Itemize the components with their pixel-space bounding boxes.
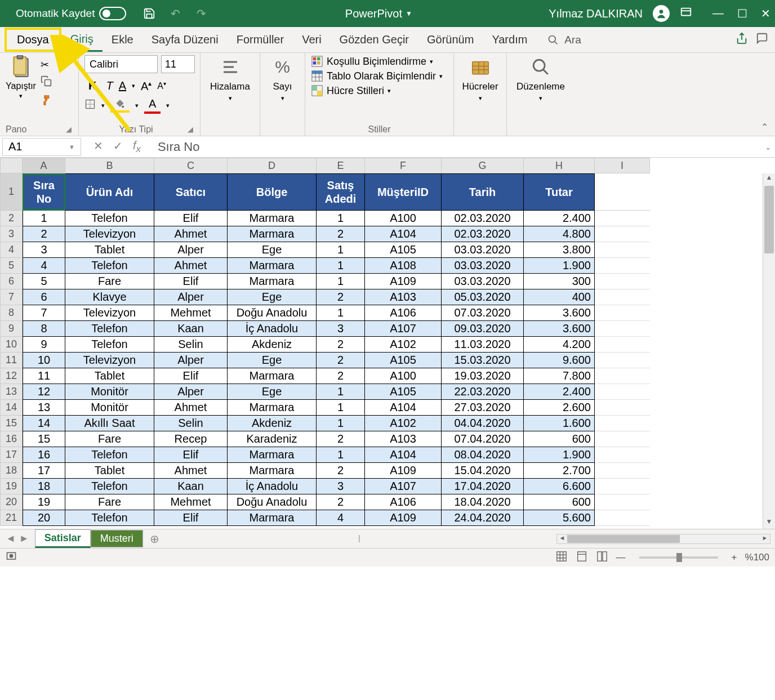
cell[interactable]: 1 — [317, 242, 365, 258]
copy-icon[interactable] — [41, 75, 52, 90]
row-header-20[interactable]: 20 — [0, 494, 23, 510]
cell[interactable]: A102 — [365, 337, 442, 353]
cell[interactable]: 19.03.2020 — [442, 368, 524, 384]
tab-layout[interactable]: Sayfa Düzeni — [142, 29, 228, 51]
cell[interactable]: Televizyon — [65, 226, 154, 242]
cell[interactable]: Elif — [154, 510, 228, 526]
cell[interactable]: 3 — [23, 242, 65, 258]
cell[interactable]: Marmara — [228, 447, 317, 463]
row-header-2[interactable]: 2 — [0, 211, 23, 226]
cell[interactable]: 02.03.2020 — [442, 211, 524, 226]
cancel-formula-icon[interactable]: ✕ — [93, 139, 103, 155]
cell[interactable]: Telefon — [65, 479, 154, 494]
cell[interactable]: 1 — [317, 400, 365, 416]
cell[interactable]: Marmara — [228, 463, 317, 479]
cell[interactable]: Televizyon — [65, 305, 154, 321]
borders-icon[interactable] — [84, 99, 96, 113]
cell[interactable]: 09.03.2020 — [442, 321, 524, 337]
row-header-8[interactable]: 8 — [0, 305, 23, 321]
sheet-prev-icon[interactable]: ◄ — [6, 533, 16, 545]
increase-font-icon[interactable]: A▴ — [141, 79, 152, 93]
cell[interactable]: A103 — [365, 289, 442, 305]
col-header-E[interactable]: E — [317, 158, 365, 173]
row-header-10[interactable]: 10 — [0, 337, 23, 353]
cell[interactable]: 2 — [317, 353, 365, 368]
cell[interactable]: 8 — [23, 321, 65, 337]
format-table-button[interactable]: Tablo Olarak Biçimlendir▾ — [311, 70, 448, 82]
cell[interactable]: Telefon — [65, 337, 154, 353]
table-row[interactable]: 11TabletElifMarmara2A10019.03.20207.800 — [23, 368, 650, 384]
bold-button[interactable]: K — [84, 78, 100, 94]
cell[interactable]: 24.04.2020 — [442, 510, 524, 526]
record-macro-icon[interactable] — [6, 551, 17, 565]
cell[interactable]: 07.03.2020 — [442, 305, 524, 321]
cell[interactable]: 22.03.2020 — [442, 384, 524, 400]
cell[interactable]: 3 — [317, 479, 365, 494]
cell[interactable]: 7.800 — [524, 368, 595, 384]
dialog-launcher-icon[interactable]: ◢ — [66, 125, 73, 133]
cell[interactable]: 2 — [23, 226, 65, 242]
cell[interactable]: A105 — [365, 384, 442, 400]
cell[interactable]: Ege — [228, 289, 317, 305]
cell[interactable]: Marmara — [228, 368, 317, 384]
cell[interactable]: İç Anadolu — [228, 479, 317, 494]
cell[interactable]: Kaan — [154, 479, 228, 494]
cell[interactable]: 05.03.2020 — [442, 289, 524, 305]
cut-icon[interactable]: ✂ — [41, 59, 52, 71]
search-box[interactable]: Ara — [547, 34, 581, 46]
cell[interactable]: 1.600 — [524, 416, 595, 431]
cell[interactable]: 2 — [317, 431, 365, 447]
row-header-15[interactable]: 15 — [0, 416, 23, 431]
cell[interactable]: 4.200 — [524, 337, 595, 353]
cell[interactable]: A108 — [365, 258, 442, 274]
ribbon-display-icon[interactable] — [680, 6, 692, 21]
cell[interactable]: Ege — [228, 384, 317, 400]
cell[interactable]: Televizyon — [65, 353, 154, 368]
name-box[interactable]: A1 ▼ — [2, 138, 81, 156]
font-color-icon[interactable]: A — [144, 97, 161, 114]
cell[interactable]: Marmara — [228, 510, 317, 526]
cell[interactable]: 2 — [317, 289, 365, 305]
cell[interactable]: A105 — [365, 353, 442, 368]
cell[interactable]: Fare — [65, 431, 154, 447]
cell[interactable]: 6 — [23, 289, 65, 305]
cell[interactable]: 5 — [23, 274, 65, 289]
sheet-tab-satislar[interactable]: Satislar — [35, 529, 91, 548]
cell[interactable]: Marmara — [228, 258, 317, 274]
cells-button[interactable]: Hücreler ▾ — [460, 55, 501, 102]
table-header[interactable]: Satıcı — [154, 173, 228, 211]
scroll-left-icon[interactable]: ◄ — [557, 534, 567, 543]
cell[interactable]: Marmara — [228, 274, 317, 289]
cell[interactable]: 3.600 — [524, 305, 595, 321]
table-header[interactable]: MüşteriID — [365, 173, 442, 211]
cell[interactable]: Ahmet — [154, 400, 228, 416]
cell[interactable]: Fare — [65, 494, 154, 510]
cell[interactable]: Tablet — [65, 463, 154, 479]
cell[interactable]: 300 — [524, 274, 595, 289]
cell[interactable]: Fare — [65, 274, 154, 289]
col-header-C[interactable]: C — [154, 158, 228, 173]
table-row[interactable]: 9TelefonSelinAkdeniz2A10211.03.20204.200 — [23, 337, 650, 353]
cell[interactable]: 2 — [317, 368, 365, 384]
table-row[interactable]: 17TabletAhmetMarmara2A10915.04.20202.700 — [23, 463, 650, 479]
cell[interactable]: Monitör — [65, 400, 154, 416]
table-row[interactable]: 7TelevizyonMehmetDoğu Anadolu1A10607.03.… — [23, 305, 650, 321]
cell[interactable]: Ege — [228, 353, 317, 368]
paste-button[interactable]: Yapıştır ▾ — [6, 55, 36, 100]
cell[interactable]: 19 — [23, 494, 65, 510]
cell[interactable]: 3.800 — [524, 242, 595, 258]
cell[interactable]: A104 — [365, 400, 442, 416]
view-page-layout-icon[interactable] — [576, 550, 588, 565]
cell[interactable]: 12 — [23, 384, 65, 400]
formula-input[interactable]: Sıra No — [151, 137, 761, 157]
cell[interactable]: 600 — [524, 494, 595, 510]
select-all-corner[interactable] — [0, 158, 23, 173]
cell[interactable]: 17 — [23, 463, 65, 479]
cell[interactable]: Karadeniz — [228, 431, 317, 447]
cell[interactable]: Selin — [154, 416, 228, 431]
maximize-icon[interactable]: ☐ — [737, 7, 747, 20]
cell[interactable]: 4.800 — [524, 226, 595, 242]
cell[interactable]: 1 — [317, 384, 365, 400]
cell[interactable]: 1 — [317, 416, 365, 431]
cell[interactable]: 08.04.2020 — [442, 447, 524, 463]
